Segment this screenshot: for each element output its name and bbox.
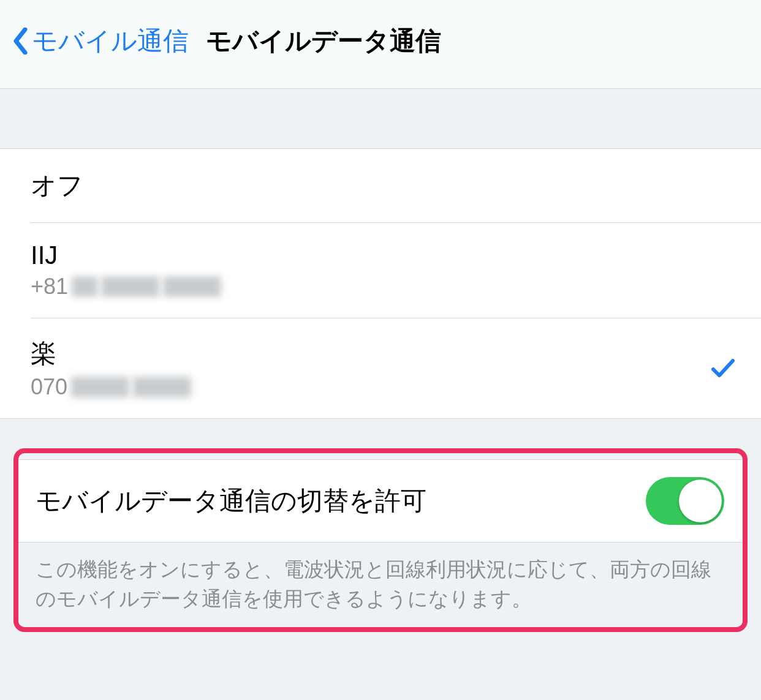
carrier-option-off[interactable]: オフ [0, 149, 761, 222]
redacted-segment [71, 377, 129, 397]
section-spacer-mid [0, 419, 761, 448]
data-switching-toggle-row: モバイルデータ通信の切替を許可 [18, 459, 743, 543]
carrier-option-rakuten[interactable]: 楽 070 [0, 318, 761, 418]
toggle-label: モバイルデータ通信の切替を許可 [36, 484, 426, 518]
option-subtitle: +81 [31, 274, 736, 299]
option-title: 楽 [31, 336, 710, 371]
carrier-option-list: オフ IIJ +81 楽 070 [0, 148, 761, 419]
toggle-knob [679, 480, 722, 522]
section-spacer-top [0, 89, 761, 148]
checkmark-icon [710, 355, 736, 382]
redacted-segment [163, 276, 221, 297]
option-subtitle: 070 [31, 374, 710, 400]
redacted-segment [72, 276, 97, 297]
back-button[interactable]: モバイル通信 [12, 24, 189, 58]
carrier-option-iij[interactable]: IIJ +81 [0, 222, 761, 318]
highlight-box: モバイルデータ通信の切替を許可 この機能をオンにすると、電波状況と回線利用状況に… [13, 448, 748, 632]
option-title: IIJ [31, 241, 736, 270]
redacted-segment [133, 377, 191, 397]
chevron-left-icon [12, 28, 28, 55]
back-label: モバイル通信 [32, 24, 189, 58]
page-title: モバイルデータ通信 [206, 24, 441, 58]
redacted-segment [101, 276, 159, 297]
data-switching-toggle[interactable] [646, 477, 724, 525]
toggle-description: この機能をオンにすると、電波状況と回線利用状況に応じて、両方の回線のモバイルデー… [18, 543, 743, 620]
phone-prefix: +81 [31, 274, 68, 299]
option-title: オフ [31, 168, 736, 203]
navbar: モバイル通信 モバイルデータ通信 [0, 0, 761, 89]
phone-prefix: 070 [31, 374, 67, 400]
